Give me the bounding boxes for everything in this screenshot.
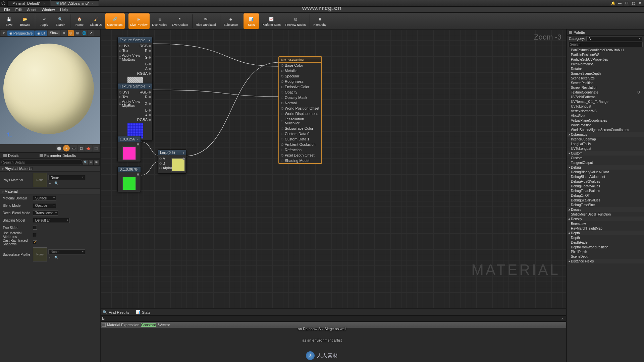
palette-item[interactable]: TangentOutput bbox=[567, 160, 644, 165]
palette-item[interactable]: DepthFromWorldPosition bbox=[567, 245, 644, 249]
search-button[interactable]: 🔍Search bbox=[53, 13, 68, 29]
palette-item[interactable]: UVBrickPatterns bbox=[567, 95, 644, 99]
browse-button[interactable]: 📂Browse bbox=[17, 13, 33, 29]
palette-item[interactable]: PanTextureCoordinateFrom-1toN+1 bbox=[567, 48, 644, 52]
plane-icon[interactable]: ▭ bbox=[70, 145, 77, 152]
palette-item[interactable]: DebugScalarValues bbox=[567, 198, 644, 202]
live-update-button[interactable]: ↻Live Update bbox=[170, 13, 190, 29]
collapse-icon[interactable]: ▴ bbox=[149, 39, 150, 42]
palette-item[interactable]: PixelDepth bbox=[567, 249, 644, 254]
phys-material-dropdown[interactable]: None bbox=[48, 175, 85, 180]
close-button[interactable]: × bbox=[637, 1, 643, 6]
cylinder-icon[interactable]: ⬤ bbox=[56, 145, 62, 152]
hide-unrelated-button[interactable]: 👁Hide Unrelated▾ bbox=[194, 13, 218, 29]
menu-window[interactable]: Window bbox=[39, 8, 57, 12]
two-sided-checkbox[interactable] bbox=[33, 226, 37, 230]
back-arrow-icon[interactable]: ← bbox=[48, 256, 52, 260]
phys-material-thumb[interactable]: None bbox=[33, 173, 47, 187]
home-button[interactable]: 🏠Home bbox=[72, 13, 87, 29]
tab-details[interactable]: Details bbox=[0, 153, 23, 158]
palette-item[interactable]: ScreenResolution bbox=[567, 85, 644, 90]
tab-mm-aslearning[interactable]: ◉ MM_ASLearning*× bbox=[51, 0, 99, 6]
palette-item[interactable]: UVToLongLat bbox=[567, 146, 644, 151]
back-arrow-icon[interactable]: ← bbox=[48, 181, 52, 185]
palette-item[interactable]: DepthFade bbox=[567, 240, 644, 245]
palette-group[interactable]: Density bbox=[567, 217, 644, 221]
palette-item[interactable]: WorldPosition bbox=[567, 123, 644, 127]
palette-item[interactable]: Custom bbox=[567, 156, 644, 160]
cube-icon[interactable]: ◻ bbox=[78, 145, 85, 152]
apply-button[interactable]: ✔Apply bbox=[37, 13, 52, 29]
palette-item[interactable]: DebugFloat2Values bbox=[567, 179, 644, 184]
node-lerp[interactable]: Lerp(0.5)▴ A B Alpha bbox=[158, 149, 186, 174]
palette-item[interactable]: DebugFloat3Values bbox=[567, 184, 644, 188]
palette-item[interactable]: TextureCoordinateU bbox=[567, 90, 644, 95]
preview-viewport[interactable]: z└─ bbox=[0, 37, 100, 144]
palette-item[interactable]: RayMarchHeightMap bbox=[567, 226, 644, 231]
eye-icon[interactable]: 👁 bbox=[94, 160, 99, 165]
palette-item[interactable]: DebugOnOff bbox=[567, 193, 644, 198]
clear-icon[interactable]: × bbox=[560, 317, 565, 321]
live-nodes-button[interactable]: ⊞Live Nodes bbox=[150, 13, 169, 29]
use-material-attr-checkbox[interactable] bbox=[33, 233, 37, 237]
palette-item[interactable]: ParticlePositionWS bbox=[567, 52, 644, 57]
globe-icon[interactable]: 🌐 bbox=[81, 30, 87, 36]
tab-stats[interactable]: 📊Stats bbox=[136, 310, 150, 314]
tab-find-results[interactable]: 🔍Find Results bbox=[103, 310, 129, 314]
teapot-icon[interactable]: 🫖 bbox=[85, 145, 92, 152]
menu-file[interactable]: File bbox=[1, 8, 13, 12]
palette-category-dropdown[interactable]: All bbox=[586, 36, 642, 41]
node-constant-green[interactable]: 0,1,0.0678▴ bbox=[117, 166, 141, 192]
palette-item[interactable]: BeersLaw bbox=[567, 221, 644, 226]
live-preview-button[interactable]: ▶Live Preview bbox=[128, 13, 150, 29]
subsurface-dropdown[interactable]: None bbox=[48, 249, 85, 254]
orbit-icon[interactable]: ◎ bbox=[68, 30, 74, 36]
details-search-input[interactable] bbox=[1, 160, 83, 165]
palette-group[interactable]: Decals bbox=[567, 207, 644, 212]
stats-button[interactable]: 📊Stats bbox=[244, 13, 259, 29]
collapse-icon[interactable]: ▴ bbox=[149, 85, 150, 88]
platform-stats-button[interactable]: 📈Platform Stats▾ bbox=[260, 13, 283, 29]
snap-icon[interactable]: ✥ bbox=[61, 30, 67, 36]
palette-group[interactable]: Custom bbox=[567, 151, 644, 156]
connectors-button[interactable]: 🔗Connectors▾ bbox=[105, 13, 125, 29]
palette-item[interactable]: VertexNormalWS bbox=[567, 109, 644, 113]
palette-item[interactable]: PixelNormalWS bbox=[567, 62, 644, 66]
hierarchy-button[interactable]: ♜Hierarchy▾ bbox=[311, 13, 328, 29]
palette-item[interactable]: ParticleSubUVProperties bbox=[567, 57, 644, 62]
lit-button[interactable]: ◉ Lit bbox=[35, 31, 47, 36]
tab-parameter-defaults[interactable]: Parameter Defaults bbox=[36, 153, 79, 158]
restore-button[interactable]: ❐ bbox=[624, 1, 629, 6]
palette-group[interactable]: Depth bbox=[567, 231, 644, 235]
palette-item[interactable]: Rotator bbox=[567, 66, 644, 71]
cast-ray-traced-checkbox[interactable] bbox=[33, 240, 37, 244]
palette-item[interactable]: ScreenPosition bbox=[567, 80, 644, 85]
blend-mode-dropdown[interactable]: Opaque bbox=[33, 203, 56, 208]
decal-blend-dropdown[interactable]: Translucent bbox=[33, 210, 58, 216]
material-domain-dropdown[interactable]: Surface bbox=[33, 196, 56, 201]
show-button[interactable]: Show bbox=[48, 31, 60, 36]
menu-asset[interactable]: Asset bbox=[24, 8, 39, 12]
palette-group[interactable]: Debug bbox=[567, 165, 644, 170]
palette-item[interactable]: UVRemap_0-1_ToRange bbox=[567, 99, 644, 104]
close-icon[interactable]: × bbox=[92, 1, 94, 5]
palette-item[interactable]: StaticMeshDecal_Function bbox=[567, 212, 644, 217]
browse-to-icon[interactable]: 🔍 bbox=[54, 181, 58, 185]
palette-item[interactable]: SceneTexelSize bbox=[567, 76, 644, 80]
viewport-options-icon[interactable]: ▾ bbox=[1, 30, 7, 36]
sphere-icon[interactable]: ● bbox=[63, 145, 70, 152]
browse-to-icon[interactable]: 🔍 bbox=[54, 256, 58, 260]
notification-icon[interactable]: 🔔 bbox=[610, 1, 616, 6]
node-constant-pink[interactable]: 1,0,0.256▴ bbox=[117, 136, 141, 162]
cleanup-button[interactable]: 🧹Clean Up bbox=[88, 13, 105, 29]
category-physical-material[interactable]: Physical Material bbox=[0, 166, 100, 172]
perspective-button[interactable]: ◉ Perspective bbox=[7, 31, 35, 36]
result-checkbox[interactable] bbox=[102, 323, 106, 327]
palette-item[interactable]: DebugTimeSine bbox=[567, 202, 644, 207]
shading-model-dropdown[interactable]: Default Lit bbox=[33, 218, 70, 223]
palette-item[interactable]: LongLatToUV bbox=[567, 141, 644, 146]
menu-help[interactable]: Help bbox=[57, 8, 70, 12]
palette-item[interactable]: InteriorCubemap bbox=[567, 137, 644, 141]
palette-item[interactable]: SampleSceneDepth bbox=[567, 71, 644, 76]
palette-group[interactable]: Cubemaps bbox=[567, 132, 644, 137]
